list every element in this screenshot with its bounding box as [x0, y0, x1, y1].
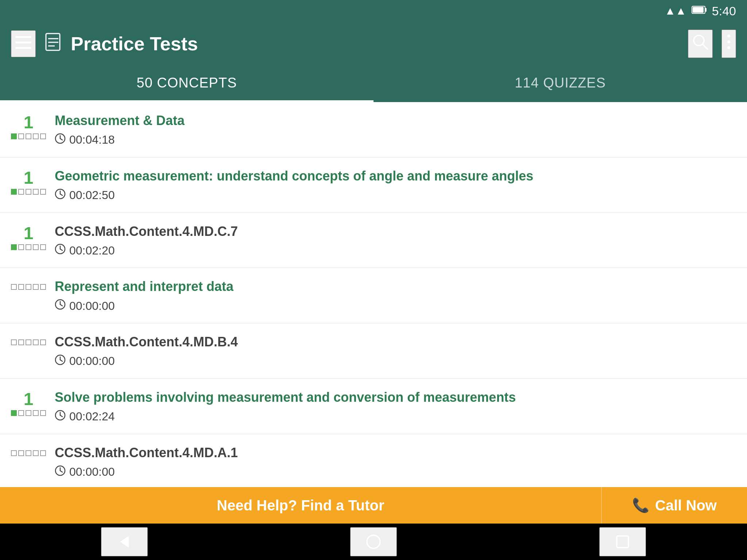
back-button[interactable] — [101, 527, 148, 556]
svg-line-29 — [60, 360, 62, 361]
score-dot — [33, 244, 39, 250]
score-dot — [18, 450, 24, 456]
score-number: 1 — [24, 225, 34, 242]
hamburger-button[interactable] — [11, 30, 36, 57]
score-number: 1 — [24, 169, 34, 187]
recents-button[interactable] — [599, 527, 646, 556]
score-dot — [26, 284, 31, 290]
svg-rect-4 — [15, 42, 31, 43]
score-dot — [33, 410, 39, 416]
tab-concepts[interactable]: 50 Concepts — [0, 66, 374, 102]
score-dot — [26, 133, 31, 139]
clock-icon — [55, 188, 66, 202]
more-options-button[interactable] — [721, 30, 736, 58]
app-bar: Practice Tests — [0, 22, 747, 66]
nav-bar — [0, 524, 747, 560]
score-dot — [33, 189, 39, 195]
score-dot — [40, 339, 46, 345]
list-item[interactable]: Represent and interpret data00:00:00 — [0, 268, 747, 323]
svg-rect-41 — [617, 536, 628, 548]
item-time: 00:02:20 — [55, 244, 736, 257]
status-icons: ▲▲ 5:40 — [665, 4, 736, 18]
svg-point-12 — [727, 35, 730, 38]
item-title: Represent and interpret data — [55, 278, 736, 295]
svg-line-32 — [60, 415, 62, 417]
svg-line-23 — [60, 249, 62, 250]
score-dot — [18, 133, 24, 139]
item-time: 00:00:00 — [55, 465, 736, 479]
score-dots — [11, 339, 46, 345]
score-dot — [18, 410, 24, 416]
list-item[interactable]: CCSS.Math.Content.4.MD.B.400:00:00 — [0, 323, 747, 379]
score-container: 1 — [11, 112, 46, 139]
svg-rect-5 — [15, 47, 31, 49]
score-dot — [26, 410, 31, 416]
score-number: 1 — [24, 114, 34, 131]
list-item[interactable]: 1Measurement & Data00:04:18 — [0, 102, 747, 158]
score-dot — [18, 339, 24, 345]
score-dot — [18, 189, 24, 195]
score-dot — [40, 450, 46, 456]
score-dot — [33, 339, 39, 345]
clock-icon — [55, 133, 66, 147]
list-item[interactable]: CCSS.Math.Content.4.MD.A.100:00:00 — [0, 434, 747, 487]
score-dot — [33, 450, 39, 456]
time-text: 00:02:50 — [69, 188, 115, 202]
score-dot — [40, 189, 46, 195]
score-dot — [18, 284, 24, 290]
list-item[interactable]: 1Geometric measurement: understand conce… — [0, 158, 747, 213]
item-time: 00:00:00 — [55, 354, 736, 368]
search-button[interactable] — [688, 30, 713, 58]
score-dot — [11, 189, 17, 195]
score-dots — [11, 284, 46, 290]
item-content: CCSS.Math.Content.4.MD.A.100:00:00 — [55, 444, 736, 479]
score-dot — [26, 244, 31, 250]
svg-marker-39 — [120, 536, 129, 548]
score-container: 1 — [11, 389, 46, 416]
bottom-banner: Need Help? Find a Tutor 📞 Call Now — [0, 487, 747, 524]
score-dots — [11, 189, 46, 195]
svg-point-40 — [367, 535, 380, 548]
item-content: Measurement & Data00:04:18 — [55, 112, 736, 147]
home-button[interactable] — [350, 527, 397, 556]
score-dot — [33, 284, 39, 290]
tab-quizzes[interactable]: 114 Quizzes — [374, 66, 747, 102]
score-container: 1 — [11, 223, 46, 250]
svg-line-17 — [60, 139, 62, 140]
score-dot — [40, 284, 46, 290]
list-item[interactable]: 1Solve problems involving measurement an… — [0, 379, 747, 434]
tab-bar: 50 Concepts 114 Quizzes — [0, 66, 747, 102]
svg-rect-2 — [693, 7, 704, 13]
status-time: 5:40 — [712, 4, 736, 18]
battery-icon — [692, 5, 707, 18]
score-container: 1 — [11, 168, 46, 195]
svg-rect-3 — [15, 36, 31, 38]
item-content: CCSS.Math.Content.4.MD.C.700:02:20 — [55, 223, 736, 258]
list-item[interactable]: 1CCSS.Math.Content.4.MD.C.700:02:20 — [0, 213, 747, 268]
score-dot — [26, 450, 31, 456]
svg-line-11 — [703, 44, 708, 49]
help-text-area: Need Help? Find a Tutor — [0, 487, 601, 524]
score-dot — [33, 133, 39, 139]
svg-point-13 — [727, 40, 730, 43]
item-time: 00:02:50 — [55, 188, 736, 202]
score-dots — [11, 450, 46, 456]
content-list: 1Measurement & Data00:04:181Geometric me… — [0, 102, 747, 487]
score-dot — [40, 410, 46, 416]
time-text: 00:00:00 — [69, 354, 115, 368]
call-now-area[interactable]: 📞 Call Now — [601, 487, 747, 524]
svg-rect-1 — [705, 8, 707, 12]
score-container — [11, 444, 46, 456]
time-text: 00:02:24 — [69, 410, 115, 423]
score-dot — [11, 133, 17, 139]
item-content: Solve problems involving measurement and… — [55, 389, 736, 424]
clock-icon — [55, 299, 66, 313]
item-content: Represent and interpret data00:00:00 — [55, 278, 736, 313]
item-time: 00:02:24 — [55, 410, 736, 424]
app-title: Practice Tests — [71, 33, 679, 55]
svg-line-20 — [60, 194, 62, 195]
time-text: 00:04:18 — [69, 133, 115, 147]
item-title: Measurement & Data — [55, 112, 736, 129]
score-number: 1 — [24, 390, 34, 408]
score-dots — [11, 133, 46, 139]
